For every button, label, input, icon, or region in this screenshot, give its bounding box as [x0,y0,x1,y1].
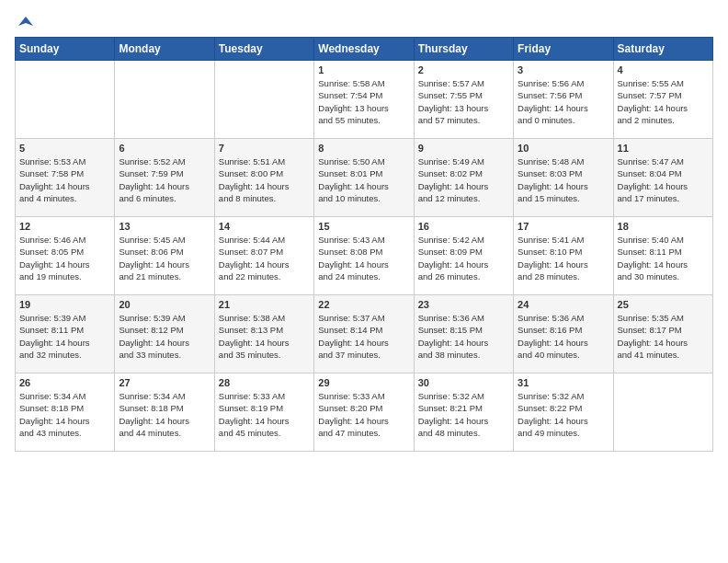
calendar-body: 1Sunrise: 5:58 AM Sunset: 7:54 PM Daylig… [16,61,713,452]
day-cell: 14Sunrise: 5:44 AM Sunset: 8:07 PM Dayli… [214,217,313,295]
day-cell: 8Sunrise: 5:50 AM Sunset: 8:01 PM Daylig… [314,139,414,217]
day-cell: 31Sunrise: 5:32 AM Sunset: 8:22 PM Dayli… [514,373,613,452]
day-number: 5 [19,143,110,154]
day-info: Sunrise: 5:51 AM Sunset: 8:00 PM Dayligh… [219,155,310,204]
logo [15,15,35,29]
header-thursday: Thursday [414,38,513,61]
day-cell: 10Sunrise: 5:48 AM Sunset: 8:03 PM Dayli… [514,139,613,217]
day-cell: 23Sunrise: 5:36 AM Sunset: 8:15 PM Dayli… [414,295,513,373]
header-tuesday: Tuesday [214,38,313,61]
calendar-header: SundayMondayTuesdayWednesdayThursdayFrid… [16,38,713,61]
day-number: 10 [518,143,609,154]
day-info: Sunrise: 5:49 AM Sunset: 8:02 PM Dayligh… [418,155,509,204]
day-cell: 19Sunrise: 5:39 AM Sunset: 8:11 PM Dayli… [16,295,115,373]
day-number: 21 [219,299,310,310]
day-number: 14 [219,221,310,232]
header-row: SundayMondayTuesdayWednesdayThursdayFrid… [16,38,713,61]
week-row-5: 26Sunrise: 5:34 AM Sunset: 8:18 PM Dayli… [16,373,713,452]
day-cell: 29Sunrise: 5:33 AM Sunset: 8:20 PM Dayli… [314,373,414,452]
day-info: Sunrise: 5:47 AM Sunset: 8:04 PM Dayligh… [618,155,709,204]
header-saturday: Saturday [613,38,712,61]
day-cell: 21Sunrise: 5:38 AM Sunset: 8:13 PM Dayli… [214,295,313,373]
day-info: Sunrise: 5:56 AM Sunset: 7:56 PM Dayligh… [518,77,609,126]
day-info: Sunrise: 5:44 AM Sunset: 8:07 PM Dayligh… [219,234,310,282]
day-number: 23 [418,299,509,310]
day-cell: 25Sunrise: 5:35 AM Sunset: 8:17 PM Dayli… [613,295,712,373]
day-cell: 4Sunrise: 5:55 AM Sunset: 7:57 PM Daylig… [613,61,712,139]
day-number: 17 [518,221,609,232]
day-info: Sunrise: 5:32 AM Sunset: 8:21 PM Dayligh… [418,390,509,439]
day-number: 12 [19,221,110,232]
day-cell: 15Sunrise: 5:43 AM Sunset: 8:08 PM Dayli… [314,217,414,295]
day-info: Sunrise: 5:35 AM Sunset: 8:17 PM Dayligh… [618,312,709,361]
header-wednesday: Wednesday [314,38,414,61]
day-number: 19 [19,299,110,310]
day-cell: 13Sunrise: 5:45 AM Sunset: 8:06 PM Dayli… [115,217,214,295]
day-cell [613,373,712,452]
day-number: 11 [618,143,709,154]
day-cell: 5Sunrise: 5:53 AM Sunset: 7:58 PM Daylig… [16,139,115,217]
week-row-1: 1Sunrise: 5:58 AM Sunset: 7:54 PM Daylig… [16,61,713,139]
day-info: Sunrise: 5:53 AM Sunset: 7:58 PM Dayligh… [19,155,110,204]
svg-marker-0 [18,17,33,26]
day-info: Sunrise: 5:33 AM Sunset: 8:20 PM Dayligh… [318,390,409,439]
day-cell [115,61,214,139]
day-cell: 24Sunrise: 5:36 AM Sunset: 8:16 PM Dayli… [514,295,613,373]
day-info: Sunrise: 5:39 AM Sunset: 8:12 PM Dayligh… [119,312,210,361]
week-row-4: 19Sunrise: 5:39 AM Sunset: 8:11 PM Dayli… [16,295,713,373]
day-info: Sunrise: 5:39 AM Sunset: 8:11 PM Dayligh… [19,312,110,361]
day-info: Sunrise: 5:48 AM Sunset: 8:03 PM Dayligh… [518,155,609,204]
week-row-3: 12Sunrise: 5:46 AM Sunset: 8:05 PM Dayli… [16,217,713,295]
day-info: Sunrise: 5:58 AM Sunset: 7:54 PM Dayligh… [318,77,409,126]
day-cell: 9Sunrise: 5:49 AM Sunset: 8:02 PM Daylig… [414,139,513,217]
day-number: 2 [418,64,509,75]
day-cell: 27Sunrise: 5:34 AM Sunset: 8:18 PM Dayli… [115,373,214,452]
day-number: 22 [318,299,409,310]
day-number: 8 [318,143,409,154]
day-number: 6 [119,143,210,154]
day-number: 18 [618,221,709,232]
day-cell: 3Sunrise: 5:56 AM Sunset: 7:56 PM Daylig… [514,61,613,139]
day-number: 29 [318,377,409,388]
calendar-table: SundayMondayTuesdayWednesdayThursdayFrid… [15,37,713,452]
day-info: Sunrise: 5:46 AM Sunset: 8:05 PM Dayligh… [19,234,110,282]
day-info: Sunrise: 5:36 AM Sunset: 8:16 PM Dayligh… [518,312,609,361]
day-number: 1 [318,64,409,75]
day-number: 24 [518,299,609,310]
header-sunday: Sunday [16,38,115,61]
day-cell: 1Sunrise: 5:58 AM Sunset: 7:54 PM Daylig… [314,61,414,139]
day-info: Sunrise: 5:32 AM Sunset: 8:22 PM Dayligh… [518,390,609,439]
day-number: 20 [119,299,210,310]
day-cell: 7Sunrise: 5:51 AM Sunset: 8:00 PM Daylig… [214,139,313,217]
day-number: 16 [418,221,509,232]
day-cell: 16Sunrise: 5:42 AM Sunset: 8:09 PM Dayli… [414,217,513,295]
day-number: 9 [418,143,509,154]
day-info: Sunrise: 5:52 AM Sunset: 7:59 PM Dayligh… [119,155,210,204]
day-number: 31 [518,377,609,388]
day-info: Sunrise: 5:50 AM Sunset: 8:01 PM Dayligh… [318,155,409,204]
day-info: Sunrise: 5:43 AM Sunset: 8:08 PM Dayligh… [318,234,409,282]
day-info: Sunrise: 5:34 AM Sunset: 8:18 PM Dayligh… [19,390,110,439]
logo-icon [17,15,35,33]
day-info: Sunrise: 5:57 AM Sunset: 7:55 PM Dayligh… [418,77,509,126]
day-cell: 20Sunrise: 5:39 AM Sunset: 8:12 PM Dayli… [115,295,214,373]
day-number: 15 [318,221,409,232]
day-cell: 18Sunrise: 5:40 AM Sunset: 8:11 PM Dayli… [613,217,712,295]
day-cell: 30Sunrise: 5:32 AM Sunset: 8:21 PM Dayli… [414,373,513,452]
day-info: Sunrise: 5:36 AM Sunset: 8:15 PM Dayligh… [418,312,509,361]
day-number: 27 [119,377,210,388]
header-friday: Friday [514,38,613,61]
day-cell [16,61,115,139]
day-cell: 6Sunrise: 5:52 AM Sunset: 7:59 PM Daylig… [115,139,214,217]
day-number: 28 [219,377,310,388]
day-cell: 2Sunrise: 5:57 AM Sunset: 7:55 PM Daylig… [414,61,513,139]
week-row-2: 5Sunrise: 5:53 AM Sunset: 7:58 PM Daylig… [16,139,713,217]
day-info: Sunrise: 5:42 AM Sunset: 8:09 PM Dayligh… [418,234,509,282]
day-number: 30 [418,377,509,388]
day-info: Sunrise: 5:40 AM Sunset: 8:11 PM Dayligh… [618,234,709,282]
day-info: Sunrise: 5:37 AM Sunset: 8:14 PM Dayligh… [318,312,409,361]
day-cell: 28Sunrise: 5:33 AM Sunset: 8:19 PM Dayli… [214,373,313,452]
day-number: 7 [219,143,310,154]
day-cell: 12Sunrise: 5:46 AM Sunset: 8:05 PM Dayli… [16,217,115,295]
day-cell [214,61,313,139]
